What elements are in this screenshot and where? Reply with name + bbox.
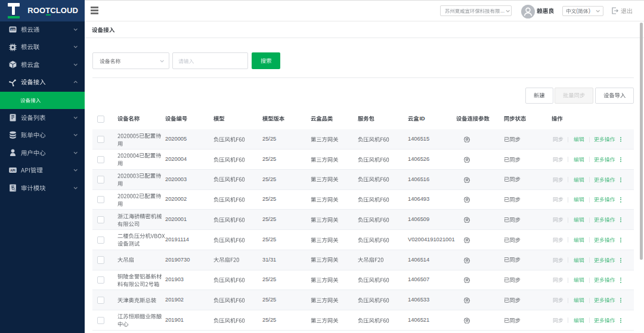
svg-text:API: API: [10, 169, 16, 172]
svg-text:SIM: SIM: [11, 28, 16, 31]
